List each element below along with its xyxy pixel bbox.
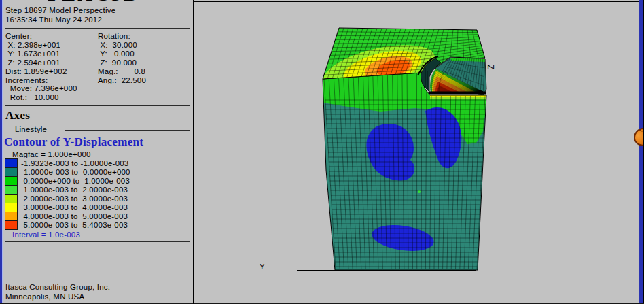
contour-section-title: Contour of Y-Displacement [4, 135, 143, 149]
view-rotation-column: Rotation: X: 30.000 Y: 0.000 Z: 90.000 M… [98, 32, 146, 84]
legend-range-label: 5.0000e-003 to 5.4003e-003 [21, 221, 128, 229]
model-front-face [323, 73, 486, 270]
separator [5, 241, 190, 242]
z-axis-label: Z [486, 65, 495, 69]
linestyle-label: Linestyle [15, 125, 47, 133]
interval-label: Interval = 1.0e-003 [12, 231, 80, 239]
sidebar-plot-divider [193, 0, 194, 304]
legend-range-label: 4.0000e-003 to 5.0000e-003 [21, 212, 128, 220]
legend-row: 3.0000e-003 to 4.0000e-003 [3, 203, 190, 212]
legend-color-swatch [5, 177, 17, 185]
legend-color-swatch [5, 212, 17, 220]
trench-bottom-edge [429, 92, 486, 95]
legend-row: -1.0000e-003 to 0.0000e+000 [3, 168, 190, 177]
timestamp-label: 16:35:34 Thu May 24 2012 [5, 16, 102, 24]
legend-range-label: 0.0000e+000 to 1.0000e-003 [21, 177, 130, 185]
legend-color-swatch [5, 221, 17, 229]
legend-row: 4.0000e-003 to 5.0000e-003 [3, 212, 190, 221]
legend-color-swatch [5, 186, 17, 194]
footer-location: Minneapolis, MN USA [5, 292, 84, 301]
legend-row: 1.0000e-003 to 2.0000e-003 [3, 186, 190, 195]
step-label: Step 18697 Model Perspective [5, 6, 115, 14]
legend-range-label: 1.0000e-003 to 2.0000e-003 [21, 186, 128, 194]
legend-color-swatch [5, 203, 17, 212]
separator [5, 28, 190, 29]
legend-row: 5.0000e-003 to 5.4003e-003 [3, 221, 190, 230]
legend-range-label: -1.9323e-003 to -1.0000e-003 [21, 159, 128, 167]
magfac-label: Magfac = 1.000e+000 [12, 150, 91, 158]
legend-color-swatch [5, 168, 17, 176]
view-center-column: Center: X: 2.398e+001 Y: 1.673e+001 Z: 2… [5, 32, 77, 102]
y-axis-label: Y [260, 263, 265, 271]
separator [5, 105, 190, 106]
linestyle-line [65, 130, 190, 131]
legend-row: 2.0000e-003 to 3.0000e-003 [3, 195, 190, 203]
legend-range-label: 2.0000e-003 to 3.0000e-003 [21, 195, 128, 203]
axes-section-title: Axes [5, 109, 30, 122]
legend-color-swatch [5, 159, 17, 167]
legend-row: 0.0000e+000 to 1.0000e-003 [3, 177, 190, 186]
flac3d-window: { "window": { "clipped_title": "FLAC3D 3… [0, 0, 644, 304]
contour-legend: -1.9323e-003 to -1.0000e-003-1.0000e-003… [3, 159, 190, 231]
legend-range-label: 3.0000e-003 to 4.0000e-003 [21, 203, 128, 212]
legend-range-label: -1.0000e-003 to 0.0000e+000 [21, 168, 130, 176]
legend-color-swatch [5, 195, 17, 203]
info-sidebar: Step 18697 Model Perspective 16:35:34 Th… [3, 0, 193, 304]
legend-row: -1.9323e-003 to -1.0000e-003 [3, 159, 190, 168]
plot-top-border [194, 1, 639, 2]
footer-company: Itasca Consulting Group, Inc. [5, 283, 110, 291]
